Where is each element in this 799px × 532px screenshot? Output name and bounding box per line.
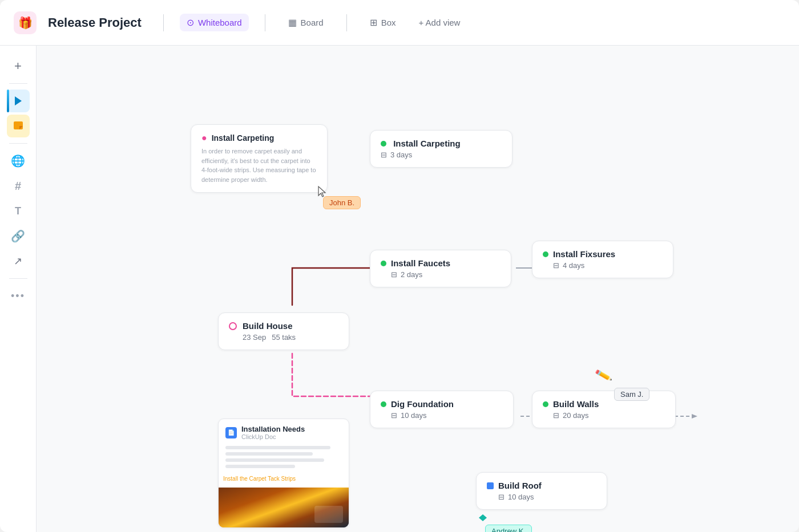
whiteboard-icon: ⊙ (187, 17, 194, 28)
card-meta: ⊟ 3 days (381, 151, 502, 159)
tool-hash[interactable]: # (7, 174, 30, 197)
tool-add[interactable]: + (7, 55, 30, 78)
tab-whiteboard[interactable]: ⊙ Whiteboard (180, 14, 249, 31)
toolbar: + 🌐 # T 🔗 ↗ ••• (0, 46, 37, 532)
add-view-button[interactable]: + Add view (418, 18, 460, 27)
toolbar-divider-3 (9, 278, 27, 279)
project-title: Release Project (48, 15, 142, 30)
faucets-meta: ⊟ 2 days (381, 270, 501, 279)
doc-lines (219, 444, 349, 476)
tool-text[interactable]: T (7, 200, 30, 222)
badge-andrew-k: Andrew K. (485, 525, 532, 532)
doc-icon: 📄 (225, 427, 237, 438)
roof-meta: ⊟ 10 days (487, 493, 596, 501)
main-layout: + 🌐 # T 🔗 ↗ ••• (0, 46, 799, 532)
fixsures-meta: ⊟ 4 days (543, 261, 663, 270)
badge-john-b: John B. (323, 196, 361, 209)
status-dot (381, 141, 386, 147)
tab-box[interactable]: ⊞ Box (363, 14, 403, 31)
fixsures-status-dot (543, 251, 548, 257)
tool-globe[interactable]: 🌐 (7, 149, 30, 172)
faucets-status-dot (381, 261, 386, 266)
card-title: Install Carpeting (381, 139, 502, 148)
badge-sam-j: Sam J. (614, 388, 649, 401)
dig-status-dot (381, 401, 386, 407)
card-build-roof[interactable]: Build Roof ⊟ 10 days (476, 472, 607, 510)
tool-link[interactable]: 🔗 (7, 225, 30, 247)
header-divider-3 (346, 14, 347, 31)
cursor-arrow-icon (15, 96, 22, 105)
card-install-carpeting-note[interactable]: ● Install Carpeting In order to remove c… (191, 124, 328, 193)
tool-sticky[interactable] (7, 115, 30, 137)
canvas[interactable]: ● Install Carpeting In order to remove c… (37, 46, 799, 532)
tab-box-label: Box (381, 18, 396, 27)
card-note-title: ● Install Carpeting (201, 133, 317, 143)
card-install-faucets[interactable]: Install Faucets ⊟ 2 days (370, 250, 511, 287)
card-build-walls[interactable]: Build Walls ⊟ 20 days (532, 391, 676, 428)
svg-marker-8 (692, 414, 697, 419)
card-install-carpeting-task[interactable]: Install Carpeting ⊟ 3 days (370, 130, 513, 168)
project-icon: 🎁 (14, 11, 37, 34)
tool-cursor[interactable] (7, 90, 30, 112)
card-installation-needs[interactable]: 📄 Installation Needs ClickUp Doc Install… (218, 419, 349, 528)
toolbar-divider-1 (9, 83, 27, 84)
tool-draw[interactable]: ↗ (7, 250, 30, 273)
build-house-meta: 23 Sep 55 taks (243, 333, 338, 342)
add-view-label: + Add view (418, 18, 460, 27)
doc-img-label: Install the Carpet Tack Strips (219, 476, 349, 486)
tab-whiteboard-label: Whiteboard (198, 18, 242, 27)
tool-active-bar (7, 90, 9, 112)
svg-rect-0 (14, 121, 23, 129)
board-icon: ▦ (288, 17, 297, 28)
roof-status-dot (487, 482, 494, 489)
header-divider-1 (163, 14, 164, 31)
arrows-layer (37, 46, 799, 532)
pencil-cursor: ✏️ (594, 367, 613, 385)
doc-image (219, 488, 349, 527)
toolbar-divider-2 (9, 143, 27, 144)
tab-board-label: Board (301, 18, 324, 27)
tab-board[interactable]: ▦ Board (281, 14, 330, 31)
header-divider-2 (265, 14, 265, 31)
svg-marker-9 (479, 514, 487, 521)
card-dig-foundation[interactable]: Dig Foundation ⊟ 10 days (370, 391, 514, 428)
walls-status-dot (543, 401, 548, 407)
dig-meta: ⊟ 10 days (381, 411, 503, 420)
card-build-house[interactable]: Build House 23 Sep 55 taks (218, 312, 349, 350)
doc-header: 📄 Installation Needs ClickUp Doc (219, 419, 349, 444)
card-install-fixsures[interactable]: Install Fixsures ⊟ 4 days (532, 241, 673, 278)
walls-meta: ⊟ 20 days (543, 411, 665, 420)
build-house-dot (229, 322, 237, 330)
tool-more[interactable]: ••• (7, 285, 30, 307)
card-note-body: In order to remove carpet easily and eff… (201, 147, 317, 184)
sticky-icon (13, 120, 24, 132)
header: 🎁 Release Project ⊙ Whiteboard ▦ Board ⊞… (0, 0, 799, 46)
box-icon: ⊞ (370, 17, 377, 28)
